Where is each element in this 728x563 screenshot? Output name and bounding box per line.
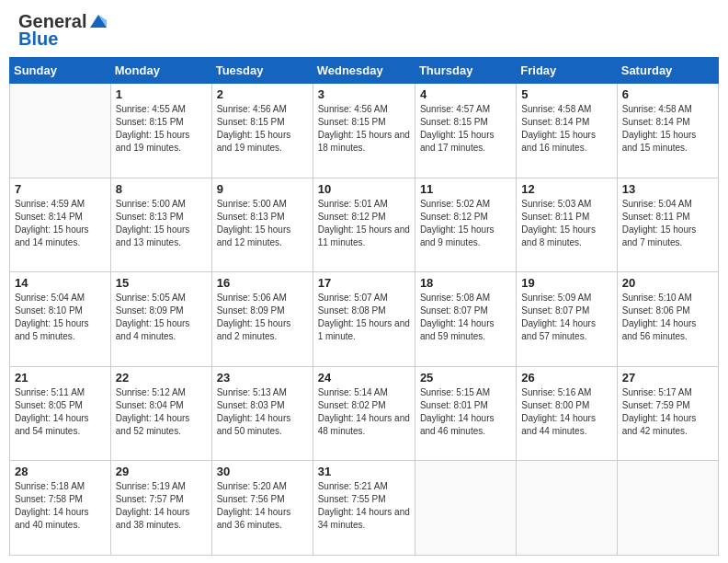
day-number: 14	[15, 276, 106, 290]
day-info: Sunrise: 5:03 AMSunset: 8:11 PMDaylight:…	[521, 198, 611, 249]
day-info: Sunrise: 5:07 AMSunset: 8:08 PMDaylight:…	[318, 292, 410, 343]
day-cell: 25Sunrise: 5:15 AMSunset: 8:01 PMDayligh…	[415, 366, 516, 461]
day-info: Sunrise: 4:58 AMSunset: 8:14 PMDaylight:…	[622, 103, 713, 155]
day-number: 3	[318, 87, 410, 101]
day-cell: 26Sunrise: 5:16 AMSunset: 8:00 PMDayligh…	[517, 366, 617, 461]
day-cell: 12Sunrise: 5:03 AMSunset: 8:11 PMDayligh…	[517, 178, 617, 272]
day-info: Sunrise: 5:05 AMSunset: 8:09 PMDaylight:…	[116, 292, 207, 343]
weekday-header-saturday: Saturday	[617, 58, 718, 84]
day-info: Sunrise: 5:00 AMSunset: 8:13 PMDaylight:…	[116, 198, 207, 249]
weekday-header-tuesday: Tuesday	[211, 58, 313, 84]
day-cell: 14Sunrise: 5:04 AMSunset: 8:10 PMDayligh…	[10, 272, 111, 367]
week-row-2: 7Sunrise: 4:59 AMSunset: 8:14 PMDaylight…	[10, 178, 719, 272]
day-number: 19	[521, 276, 611, 290]
day-number: 21	[15, 371, 106, 385]
day-number: 28	[15, 465, 106, 478]
day-info: Sunrise: 5:00 AMSunset: 8:13 PMDaylight:…	[217, 198, 308, 249]
day-info: Sunrise: 4:57 AMSunset: 8:15 PMDaylight:…	[420, 103, 511, 155]
weekday-header-wednesday: Wednesday	[313, 58, 415, 84]
day-number: 30	[217, 465, 308, 478]
day-number: 31	[318, 465, 410, 478]
day-info: Sunrise: 5:10 AMSunset: 8:06 PMDaylight:…	[622, 292, 713, 343]
day-cell: 23Sunrise: 5:13 AMSunset: 8:03 PMDayligh…	[211, 366, 313, 461]
weekday-header-friday: Friday	[517, 58, 617, 84]
weekday-header-row: SundayMondayTuesdayWednesdayThursdayFrid…	[10, 58, 719, 84]
day-info: Sunrise: 5:13 AMSunset: 8:03 PMDaylight:…	[217, 386, 308, 438]
page: General Blue SundayMondayTuesdayWednesda…	[0, 0, 728, 563]
day-info: Sunrise: 4:59 AMSunset: 8:14 PMDaylight:…	[15, 198, 106, 249]
day-number: 23	[217, 371, 308, 385]
day-info: Sunrise: 5:04 AMSunset: 8:10 PMDaylight:…	[15, 292, 106, 343]
day-number: 2	[217, 87, 308, 101]
day-cell: 29Sunrise: 5:19 AMSunset: 7:57 PMDayligh…	[110, 461, 211, 556]
calendar-table: SundayMondayTuesdayWednesdayThursdayFrid…	[9, 57, 719, 556]
day-info: Sunrise: 4:58 AMSunset: 8:14 PMDaylight:…	[521, 103, 611, 155]
day-cell: 17Sunrise: 5:07 AMSunset: 8:08 PMDayligh…	[313, 272, 415, 367]
day-number: 26	[521, 371, 611, 385]
header: General Blue	[0, 0, 728, 57]
day-number: 8	[116, 182, 207, 196]
day-cell: 8Sunrise: 5:00 AMSunset: 8:13 PMDaylight…	[110, 178, 211, 272]
week-row-5: 28Sunrise: 5:18 AMSunset: 7:58 PMDayligh…	[10, 461, 719, 556]
day-cell: 20Sunrise: 5:10 AMSunset: 8:06 PMDayligh…	[617, 272, 718, 367]
day-cell: 9Sunrise: 5:00 AMSunset: 8:13 PMDaylight…	[211, 178, 313, 272]
day-cell: 24Sunrise: 5:14 AMSunset: 8:02 PMDayligh…	[313, 366, 415, 461]
day-number: 6	[622, 87, 713, 101]
week-row-1: 1Sunrise: 4:55 AMSunset: 8:15 PMDaylight…	[10, 84, 719, 178]
day-info: Sunrise: 5:12 AMSunset: 8:04 PMDaylight:…	[116, 386, 207, 438]
weekday-header-sunday: Sunday	[10, 58, 111, 84]
weekday-header-thursday: Thursday	[415, 58, 516, 84]
day-cell: 30Sunrise: 5:20 AMSunset: 7:56 PMDayligh…	[211, 461, 313, 556]
day-cell: 13Sunrise: 5:04 AMSunset: 8:11 PMDayligh…	[617, 178, 718, 272]
day-number: 18	[420, 276, 511, 290]
day-cell: 31Sunrise: 5:21 AMSunset: 7:55 PMDayligh…	[313, 461, 415, 556]
day-number: 24	[318, 371, 410, 385]
day-cell: 3Sunrise: 4:56 AMSunset: 8:15 PMDaylight…	[313, 84, 415, 178]
day-info: Sunrise: 5:01 AMSunset: 8:12 PMDaylight:…	[318, 198, 410, 249]
day-number: 13	[622, 182, 713, 196]
day-info: Sunrise: 4:56 AMSunset: 8:15 PMDaylight:…	[318, 103, 410, 155]
day-cell: 28Sunrise: 5:18 AMSunset: 7:58 PMDayligh…	[10, 461, 111, 556]
day-number: 16	[217, 276, 308, 290]
day-number: 5	[521, 87, 611, 101]
day-cell: 18Sunrise: 5:08 AMSunset: 8:07 PMDayligh…	[415, 272, 516, 367]
day-info: Sunrise: 4:56 AMSunset: 8:15 PMDaylight:…	[217, 103, 308, 155]
day-cell: 27Sunrise: 5:17 AMSunset: 7:59 PMDayligh…	[617, 366, 718, 461]
day-cell: 21Sunrise: 5:11 AMSunset: 8:05 PMDayligh…	[10, 366, 111, 461]
day-info: Sunrise: 5:21 AMSunset: 7:55 PMDaylight:…	[318, 480, 410, 532]
day-number: 25	[420, 371, 511, 385]
day-number: 20	[622, 276, 713, 290]
day-info: Sunrise: 4:55 AMSunset: 8:15 PMDaylight:…	[116, 103, 207, 155]
day-cell: 7Sunrise: 4:59 AMSunset: 8:14 PMDaylight…	[10, 178, 111, 272]
day-number: 4	[420, 87, 511, 101]
day-cell: 2Sunrise: 4:56 AMSunset: 8:15 PMDaylight…	[211, 84, 313, 178]
weekday-header-monday: Monday	[110, 58, 211, 84]
logo: General Blue	[18, 11, 108, 50]
day-number: 11	[420, 182, 511, 196]
day-number: 12	[521, 182, 611, 196]
week-row-4: 21Sunrise: 5:11 AMSunset: 8:05 PMDayligh…	[10, 366, 719, 461]
day-number: 1	[116, 87, 207, 101]
logo-icon	[88, 11, 108, 31]
day-info: Sunrise: 5:08 AMSunset: 8:07 PMDaylight:…	[420, 292, 511, 343]
day-number: 10	[318, 182, 410, 196]
day-number: 7	[15, 182, 106, 196]
day-number: 17	[318, 276, 410, 290]
day-info: Sunrise: 5:15 AMSunset: 8:01 PMDaylight:…	[420, 386, 511, 438]
day-cell: 11Sunrise: 5:02 AMSunset: 8:12 PMDayligh…	[415, 178, 516, 272]
day-cell	[415, 461, 516, 556]
day-number: 22	[116, 371, 207, 385]
day-info: Sunrise: 5:19 AMSunset: 7:57 PMDaylight:…	[116, 480, 207, 532]
day-cell: 15Sunrise: 5:05 AMSunset: 8:09 PMDayligh…	[110, 272, 211, 367]
day-cell: 19Sunrise: 5:09 AMSunset: 8:07 PMDayligh…	[517, 272, 617, 367]
day-info: Sunrise: 5:06 AMSunset: 8:09 PMDaylight:…	[217, 292, 308, 343]
day-cell: 6Sunrise: 4:58 AMSunset: 8:14 PMDaylight…	[617, 84, 718, 178]
day-info: Sunrise: 5:11 AMSunset: 8:05 PMDaylight:…	[15, 386, 106, 438]
day-info: Sunrise: 5:16 AMSunset: 8:00 PMDaylight:…	[521, 386, 611, 438]
day-info: Sunrise: 5:04 AMSunset: 8:11 PMDaylight:…	[622, 198, 713, 249]
day-cell	[517, 461, 617, 556]
day-cell: 4Sunrise: 4:57 AMSunset: 8:15 PMDaylight…	[415, 84, 516, 178]
day-number: 9	[217, 182, 308, 196]
week-row-3: 14Sunrise: 5:04 AMSunset: 8:10 PMDayligh…	[10, 272, 719, 367]
day-cell	[10, 84, 111, 178]
